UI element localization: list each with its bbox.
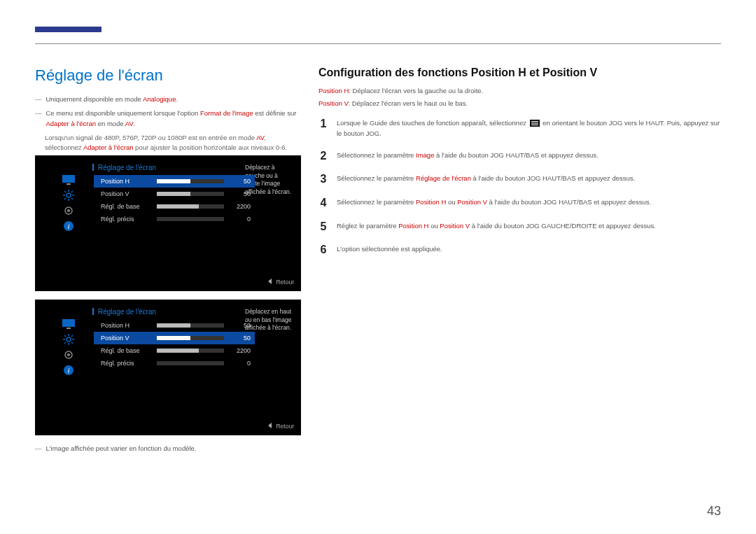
step-2: 2 Sélectionnez le paramètre Image à l'ai…: [318, 150, 721, 162]
svg-point-27: [67, 353, 70, 356]
step-4-text: Sélectionnez le paramètre Position H ou …: [337, 197, 651, 209]
svg-rect-1: [66, 183, 71, 185]
step-3: 3 Sélectionnez le paramètre Réglage de l…: [318, 173, 721, 185]
svg-point-2: [66, 193, 71, 197]
header-mark: [35, 27, 102, 32]
svg-point-12: [67, 209, 70, 212]
note-1-text: Uniquement disponible en mode Analogique…: [46, 94, 178, 104]
settings-icon: [62, 206, 75, 216]
dash-icon: ―: [35, 444, 42, 454]
svg-line-24: [64, 342, 66, 344]
brightness-icon: [62, 335, 75, 344]
note-2-text: Ce menu est disponible uniquement lorsqu…: [46, 108, 302, 129]
left-column: Réglage de l'écran ― Uniquement disponib…: [35, 66, 301, 458]
info-icon: i: [62, 221, 75, 231]
right-column: Configuration des fonctions Position H e…: [318, 66, 721, 458]
brightness-icon: [62, 190, 75, 200]
footnote: ― L'image affichée peut varier en foncti…: [35, 444, 301, 454]
note-1: ― Uniquement disponible en mode Analogiq…: [35, 94, 301, 104]
osd-item-position-v[interactable]: Position V50: [94, 188, 255, 200]
left-title: Réglage de l'écran: [35, 66, 301, 85]
svg-line-25: [71, 335, 73, 337]
info-icon: i: [62, 365, 75, 375]
page-number: 43: [707, 504, 721, 519]
svg-line-22: [64, 335, 66, 337]
step-5-text: Réglez le paramètre Position H ou Positi…: [337, 220, 656, 233]
osd-back[interactable]: Retour: [268, 423, 294, 430]
osd-side-icons: i: [55, 175, 83, 231]
def-position-v: Position V: Déplacez l'écran vers le hau…: [318, 99, 721, 108]
menu-icon: [530, 120, 540, 127]
osd-item-coarse[interactable]: Régl. de base2200: [94, 200, 255, 213]
def-position-h: Position H: Déplacez l'écran vers la gau…: [318, 86, 721, 96]
dash-icon: ―: [35, 94, 42, 104]
osd-item-position-h[interactable]: Position H50: [94, 175, 255, 188]
osd-panel-1: Réglage de l'écran Déplacez à gauche ou …: [35, 155, 301, 291]
svg-text:i: i: [67, 222, 69, 230]
note-2-sub: Lorsqu'un signal de 480P, 576P, 720P ou …: [45, 133, 301, 153]
svg-rect-0: [62, 175, 75, 183]
osd-item-position-h[interactable]: Position H50: [94, 319, 255, 332]
step-4: 4 Sélectionnez le paramètre Position H o…: [318, 197, 721, 209]
osd-item-fine[interactable]: Régl. précis0: [94, 357, 255, 370]
dash-icon: ―: [35, 108, 42, 129]
osd-panel-2: Réglage de l'écran Déplacez en haut ou e…: [35, 300, 301, 435]
osd-item-position-v[interactable]: Position V50: [94, 332, 255, 344]
osd-items: Position H50 Position V50 Régl. de base2…: [94, 175, 255, 225]
step-5: 5 Réglez le paramètre Position H ou Posi…: [318, 220, 721, 233]
step-2-text: Sélectionnez le paramètre Image à l'aide…: [337, 150, 598, 162]
osd-side-icons: i: [55, 319, 83, 375]
svg-line-7: [64, 191, 66, 192]
svg-rect-15: [62, 319, 75, 327]
note-2: ― Ce menu est disponible uniquement lors…: [35, 108, 301, 129]
svg-line-10: [71, 191, 73, 192]
osd-title: Réglage de l'écran: [92, 164, 156, 171]
header-rule: [35, 43, 721, 44]
svg-rect-16: [66, 328, 71, 329]
svg-line-8: [71, 198, 73, 199]
osd-items: Position H50 Position V50 Régl. de base2…: [94, 319, 255, 370]
back-arrow-icon: [268, 423, 272, 428]
monitor-icon: [62, 175, 75, 185]
back-arrow-icon: [268, 279, 272, 284]
osd-title: Réglage de l'écran: [92, 308, 156, 316]
step-3-text: Sélectionnez le paramètre Réglage de l'é…: [337, 173, 635, 185]
osd-item-fine[interactable]: Régl. précis0: [94, 213, 255, 225]
svg-line-23: [71, 342, 73, 344]
step-1-text: Lorsque le Guide des touches de fonction…: [337, 118, 721, 139]
step-6: 6 L'option sélectionnée est appliquée.: [318, 244, 721, 256]
svg-text:i: i: [67, 366, 69, 374]
footnote-text: L'image affichée peut varier en fonction…: [46, 444, 197, 454]
step-6-text: L'option sélectionnée est appliquée.: [337, 244, 442, 256]
settings-icon: [62, 350, 75, 360]
monitor-icon: [62, 319, 75, 329]
osd-item-coarse[interactable]: Régl. de base2200: [94, 344, 255, 357]
svg-line-9: [64, 198, 66, 199]
steps-list: 1 Lorsque le Guide des touches de foncti…: [318, 118, 721, 256]
right-title: Configuration des fonctions Position H e…: [318, 66, 721, 79]
step-1: 1 Lorsque le Guide des touches de foncti…: [318, 118, 721, 139]
osd-back[interactable]: Retour: [268, 279, 294, 286]
svg-point-17: [66, 337, 71, 342]
